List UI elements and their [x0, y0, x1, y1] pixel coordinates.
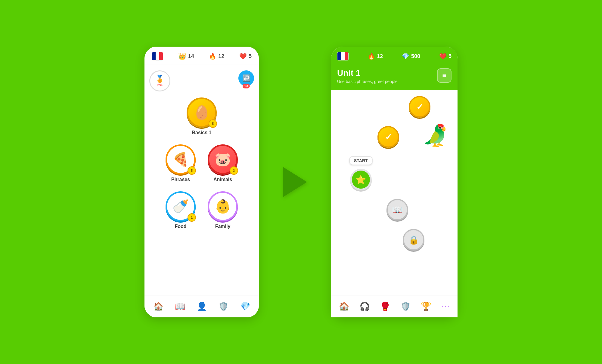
shield-icon: 🛡️ — [218, 301, 229, 311]
profile-nav-icon: 👤 — [197, 301, 207, 311]
lesson-section: 🥚 5 Basics 1 🍕 5 Phrases — [149, 94, 254, 229]
streak-count: 23 — [243, 84, 250, 88]
main-container: 👑 14 🔥 12 ❤️ 5 🏅 2% — [144, 47, 458, 317]
phrases-icon: 🍕 — [172, 152, 189, 167]
nav-home[interactable]: 🏠 — [150, 299, 167, 314]
left-header: 👑 14 🔥 12 ❤️ 5 — [144, 47, 259, 64]
nav-profile[interactable]: 👤 — [193, 299, 211, 314]
family-circle[interactable]: 👶 — [208, 191, 238, 221]
nav-shield[interactable]: 🛡️ — [215, 299, 232, 314]
trophy-icon: 🏆 — [421, 301, 431, 311]
heart-value: 5 — [249, 53, 252, 60]
right-fire-stat: 🔥 12 — [368, 53, 383, 60]
food-icon: 🍼 — [172, 199, 189, 214]
fire-stat: 🔥 12 — [209, 53, 224, 60]
path-node-locked-2: 🔒 — [403, 229, 424, 251]
phrases-circle[interactable]: 🍕 5 — [166, 144, 196, 174]
right-nav-more[interactable]: ⋯ — [438, 299, 453, 314]
left-phone: 👑 14 🔥 12 ❤️ 5 🏅 2% — [144, 47, 259, 317]
basics1-icon: 🥚 — [194, 105, 210, 120]
locked-circle-1: 📖 — [386, 199, 408, 221]
right-fire-value: 12 — [377, 53, 383, 60]
family-icon: 👶 — [215, 199, 231, 214]
profile-percent: 2% — [157, 83, 162, 87]
food-badge: 1 — [188, 213, 196, 222]
owl-mascot: 🦜 — [422, 123, 448, 148]
book-icon: 📖 — [175, 301, 185, 311]
basics1-label: Basics 1 — [192, 130, 212, 135]
animals-badge: 3 — [230, 166, 238, 175]
crown-stat: 👑 14 — [178, 52, 194, 60]
lock-icon: 🔒 — [408, 235, 419, 245]
notes-button[interactable]: ≡ — [437, 68, 452, 83]
streak-badge[interactable]: ↩️ 23 — [238, 70, 254, 86]
profile-avatar[interactable]: 🏅 2% — [149, 70, 170, 91]
streak-icon: ↩️ — [242, 74, 250, 82]
right-french-flag[interactable] — [337, 52, 349, 60]
lesson-phrases[interactable]: 🍕 5 Phrases — [166, 144, 196, 182]
completed-circle-2[interactable]: ✓ — [377, 126, 399, 148]
fire-icon: 🔥 — [209, 53, 216, 60]
completed-circle-1[interactable]: ✓ — [409, 96, 430, 118]
row-food-family: 🍼 1 Food 👶 Family — [166, 191, 238, 229]
right-gem-stat: 💎 500 — [402, 53, 420, 60]
food-label: Food — [175, 224, 186, 229]
french-flag[interactable] — [152, 52, 163, 60]
right-nav-shield[interactable]: 🛡️ — [397, 299, 414, 314]
right-phone: 🔥 12 💎 500 ❤️ 5 Unit 1 Use basic phrases… — [331, 47, 458, 317]
animals-icon: 🐷 — [215, 152, 231, 167]
right-nav-dumbbell[interactable]: 🥊 — [376, 299, 394, 314]
lesson-basics1[interactable]: 🥚 5 Basics 1 — [187, 97, 217, 135]
check-icon-2: ✓ — [385, 132, 392, 142]
food-circle[interactable]: 🍼 1 — [166, 191, 196, 221]
nav-gems[interactable]: 💎 — [236, 299, 254, 314]
unit-title: Unit 1 — [337, 68, 398, 78]
right-nav-trophy[interactable]: 🏆 — [417, 299, 435, 314]
path-node-locked-1: 📖 — [386, 199, 408, 221]
home-icon: 🏠 — [153, 301, 164, 311]
unit-info: Unit 1 Use basic phrases, greet people — [337, 68, 398, 84]
profile-icon: 🏅 — [155, 75, 164, 83]
fire-value: 12 — [218, 53, 224, 60]
right-bottom-nav: 🏠 🎧 🥊 🛡️ 🏆 ⋯ — [331, 295, 458, 317]
right-content: ✓ ✓ START ⭐ — [331, 90, 458, 317]
start-circle[interactable]: ⭐ — [350, 169, 372, 190]
gems-icon: 💎 — [240, 301, 250, 311]
phrases-label: Phrases — [171, 177, 190, 182]
arrow-container — [283, 167, 307, 197]
lesson-family[interactable]: 👶 Family — [208, 191, 238, 229]
path-node-start[interactable]: START ⭐ — [349, 156, 373, 190]
left-body: 🏅 2% ↩️ 23 🥚 5 — [144, 64, 259, 317]
path-container: ✓ ✓ START ⭐ — [331, 90, 458, 257]
unit-subtitle: Use basic phrases, greet people — [337, 79, 398, 84]
animals-label: Animals — [213, 177, 232, 182]
dumbbell-icon: 🥊 — [380, 301, 390, 311]
basics1-circle[interactable]: 🥚 5 — [187, 97, 217, 128]
start-label: START — [349, 156, 373, 165]
crown-icon: 👑 — [178, 52, 186, 60]
right-heart-icon: ❤️ — [439, 53, 447, 60]
right-fire-icon: 🔥 — [368, 53, 375, 60]
basics1-badge: 5 — [209, 119, 217, 128]
heart-stat: ❤️ 5 — [239, 53, 252, 60]
right-header: 🔥 12 💎 500 ❤️ 5 — [331, 47, 458, 65]
more-icon: ⋯ — [441, 301, 450, 311]
row-phrases-animals: 🍕 5 Phrases 🐷 3 Animals — [166, 144, 238, 182]
notes-icon: ≡ — [442, 72, 446, 79]
path-node-1[interactable]: ✓ — [409, 96, 430, 118]
lesson-food[interactable]: 🍼 1 Food — [166, 191, 196, 229]
right-heart-value: 5 — [448, 53, 452, 60]
animals-circle[interactable]: 🐷 3 — [208, 144, 238, 174]
heart-icon: ❤️ — [239, 53, 247, 60]
right-arrow-icon — [283, 167, 307, 197]
star-icon: ⭐ — [355, 175, 366, 185]
lesson-animals[interactable]: 🐷 3 Animals — [208, 144, 238, 182]
path-node-2[interactable]: ✓ — [377, 126, 399, 148]
right-nav-home[interactable]: 🏠 — [335, 299, 353, 314]
family-label: Family — [215, 224, 231, 229]
right-nav-headphones[interactable]: 🎧 — [356, 299, 374, 314]
nav-learn[interactable]: 📖 — [171, 299, 189, 314]
unit-banner: Unit 1 Use basic phrases, greet people ≡ — [331, 65, 458, 90]
right-heart-stat: ❤️ 5 — [439, 53, 452, 60]
gem-icon: 💎 — [402, 53, 409, 60]
